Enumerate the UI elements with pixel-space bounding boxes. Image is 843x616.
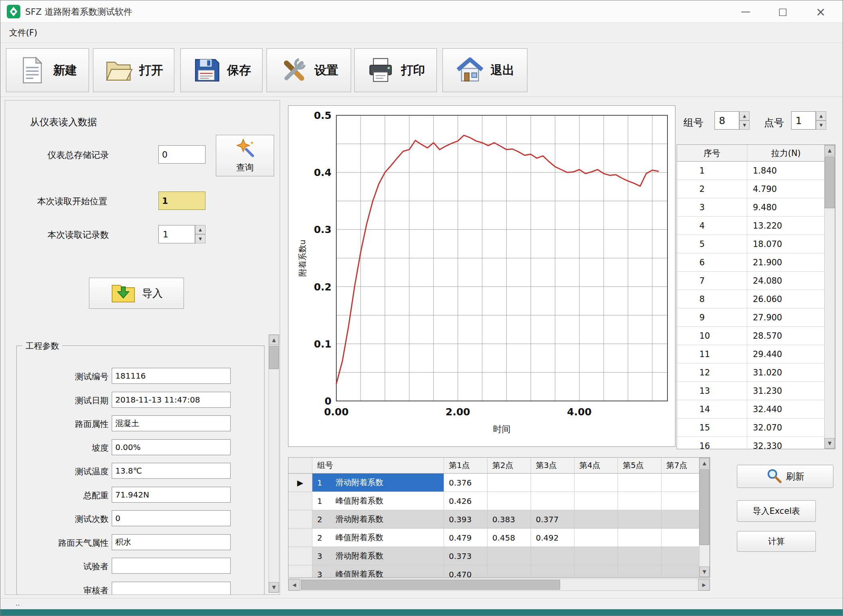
force-table-row[interactable]: 11.840 [677,162,825,180]
force-table-scrollbar[interactable]: ▲ ▼ [824,145,835,449]
force-value-cell: 32.330 [747,437,825,449]
force-table-row[interactable]: 621.900 [677,253,825,272]
param-input[interactable]: 181116 [112,368,231,384]
param-input[interactable]: 2018-11-13 11:47:08 [112,392,231,408]
total-records-input[interactable]: 0 [158,145,205,164]
start-position-input[interactable]: 1 [158,192,205,210]
force-scroll-thumb[interactable] [825,156,835,208]
param-input[interactable]: 混凝土 [112,415,231,431]
left-scroll-down-icon[interactable]: ▼ [269,582,279,592]
force-table-row[interactable]: 1432.440 [677,400,825,419]
result-table-row[interactable]: 3滑动附着系数0.373 [288,547,705,565]
read-count-spin-down-icon[interactable]: ▼ [195,234,205,243]
param-input[interactable]: 0.00% [112,439,231,455]
maximize-button[interactable]: □ [768,0,797,23]
force-table-row[interactable]: 826.060 [677,290,825,308]
param-input[interactable]: 13.8℃ [112,463,231,479]
chart-y-tick-label: 0.4 [314,167,332,178]
result-value-cell: 0.376 [444,474,488,492]
result-value-cell [575,474,618,492]
read-count-input[interactable]: 1 [158,225,195,243]
result-hscroll-left-icon[interactable]: ◀ [288,579,300,590]
query-button[interactable]: 查询 [216,135,274,176]
force-value-cell: 13.220 [747,217,825,235]
param-input[interactable] [112,582,231,595]
force-table-row[interactable]: 927.900 [677,308,825,327]
force-serial-cell: 8 [677,290,747,308]
force-value-cell: 18.070 [747,235,825,253]
param-input[interactable]: 积水 [112,534,231,550]
force-table-row[interactable]: 1028.570 [677,327,825,345]
left-scroll-up-icon[interactable]: ▲ [269,335,279,345]
force-value-cell: 27.900 [747,308,825,326]
force-table-row[interactable]: 24.790 [677,180,825,198]
calculate-button[interactable]: 计算 [737,531,816,552]
toolbar-settings-button[interactable]: 设置 [267,48,351,92]
result-value-cell [575,529,618,547]
force-table-row[interactable]: 413.220 [677,217,825,235]
point-spin-up-icon[interactable]: ▲ [816,111,826,120]
param-input[interactable]: 0 [112,510,231,526]
result-value-cell [488,565,531,578]
group-spin-down-icon[interactable]: ▼ [739,120,750,130]
force-value-cell: 29.440 [747,345,825,363]
close-button[interactable]: × [806,0,835,23]
result-vscroll-up-icon[interactable]: ▲ [699,458,709,468]
chart-y-tick-label: 0.3 [314,224,332,235]
result-table-row[interactable]: 1峰值附着系数0.426 [288,492,705,510]
toolbar-save-button[interactable]: 保存 [180,48,263,92]
result-table-row[interactable]: 3峰值附着系数0.470 [288,565,705,578]
point-number-input[interactable]: 1 [791,111,816,130]
group-spin-up-icon[interactable]: ▲ [739,111,750,120]
force-table-row[interactable]: 724.080 [677,272,825,290]
toolbar-open-button[interactable]: 打开 [93,48,174,92]
minimize-button[interactable]: — [731,0,760,23]
refresh-button[interactable]: 刷新 [737,465,833,488]
result-table-vscroll[interactable]: ▲ ▼ [699,458,710,577]
export-excel-button[interactable]: 导入Excel表 [737,500,816,522]
point-spin-down-icon[interactable]: ▼ [816,120,826,130]
read-count-spin-up-icon[interactable]: ▲ [195,225,205,234]
toolbar-new-button[interactable]: 新建 [6,48,89,92]
force-table-row[interactable]: 518.070 [677,235,825,253]
toolbar-exit-button[interactable]: 退出 [442,48,527,92]
toolbar-print-button[interactable]: 打印 [354,48,437,92]
result-value-cell [661,492,705,510]
force-table-row[interactable]: 1632.330 [677,437,825,449]
force-serial-cell: 15 [677,419,747,436]
result-table-row[interactable]: ▶1滑动附着系数0.376 [288,474,705,492]
result-value-cell [488,492,531,510]
force-table-row[interactable]: 1532.070 [677,419,825,437]
force-scroll-up-icon[interactable]: ▲ [825,145,835,156]
result-table-hscroll[interactable]: ◀ ▶ [288,578,710,591]
menu-file[interactable]: 文件(F) [9,27,37,38]
group-number-spinner: 8 ▲ ▼ [715,111,750,130]
result-table-row[interactable]: 2滑动附着系数0.3930.3830.377 [288,510,705,529]
result-value-cell: 0.458 [488,529,531,547]
force-table-row[interactable]: 39.480 [677,198,825,217]
force-value-cell: 9.480 [747,198,825,216]
force-table-row[interactable]: 1231.020 [677,363,825,382]
result-row-name: 3滑动附着系数 [312,547,444,565]
param-input[interactable]: 71.942N [112,487,231,503]
force-table-row[interactable]: 1331.230 [677,382,825,400]
result-vscroll-thumb[interactable] [699,469,709,545]
left-panel-scrollbar[interactable]: ▲ ▼ [268,334,279,593]
param-input[interactable] [112,558,231,574]
result-table-row[interactable]: 2峰值附着系数0.4790.4580.492 [288,529,705,547]
result-value-cell [531,474,575,492]
result-hscroll-thumb[interactable] [301,580,560,590]
new-document-icon [18,56,47,85]
result-vscroll-down-icon[interactable]: ▼ [699,567,709,577]
force-serial-cell: 14 [677,400,747,418]
import-button[interactable]: 导入 [89,278,184,309]
group-number-input[interactable]: 8 [715,111,739,130]
left-scroll-thumb[interactable] [269,346,279,369]
force-table-row[interactable]: 1129.440 [677,345,825,363]
result-value-cell [575,510,618,528]
result-hscroll-right-icon[interactable]: ▶ [698,579,710,590]
force-scroll-down-icon[interactable]: ▼ [825,438,835,448]
force-table-head: 序号 拉力(N) [677,145,825,162]
force-serial-cell: 16 [677,437,747,449]
force-serial-cell: 11 [677,345,747,363]
